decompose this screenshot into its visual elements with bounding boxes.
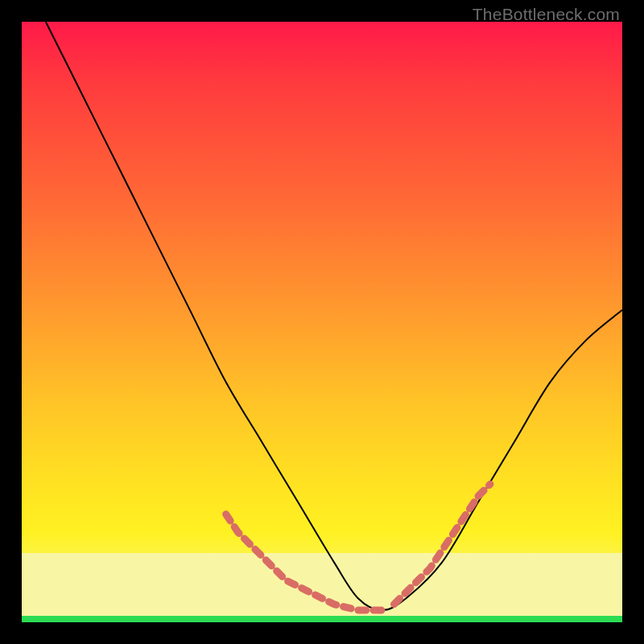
chart-frame: TheBottleneck.com [0,0,644,644]
plot-area [22,22,622,622]
watermark-text: TheBottleneck.com [473,5,620,24]
bottleneck-curve [46,22,622,610]
right-ascending-dots [394,484,490,604]
left-descending-dots [226,514,382,610]
curve-svg [22,22,622,622]
